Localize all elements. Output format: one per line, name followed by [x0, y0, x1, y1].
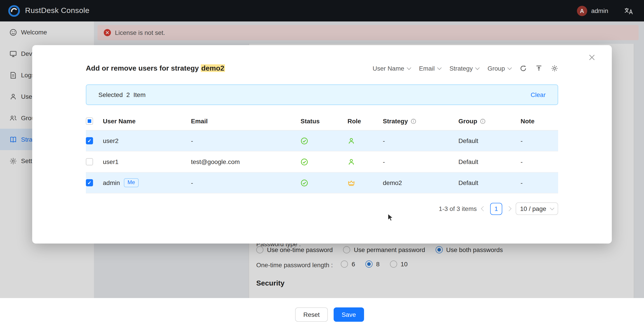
mouse-cursor [386, 213, 394, 223]
info-icon [480, 118, 486, 124]
selection-text: Selected 2 Item [98, 91, 146, 98]
column-header-strategy: Strategy [383, 117, 458, 125]
cell-strategy: demo2 [383, 179, 458, 186]
pagination: 1-3 of 3 items 1 10 / page [439, 202, 558, 215]
filter-group[interactable]: Group [488, 65, 511, 72]
filter-strategy[interactable]: Strategy [450, 65, 479, 72]
clear-selection-link[interactable]: Clear [531, 91, 546, 98]
cell-group: Default [458, 158, 520, 165]
cell-strategy: - [383, 158, 458, 165]
cell-group: Default [458, 179, 520, 186]
add-remove-users-dialog: Add or remove users for strategy demo2 U… [32, 45, 612, 244]
footer-bar: Reset Save [0, 298, 644, 332]
table-toolbar: User NameEmailStrategyGroup [372, 65, 558, 72]
column-header-email: Email [191, 117, 299, 125]
filter-email[interactable]: Email [419, 65, 441, 72]
cell-email: test@google.com [191, 158, 299, 165]
pagination-total: 1-3 of 3 items [439, 205, 477, 212]
info-icon [410, 118, 416, 124]
reset-button[interactable]: Reset [296, 308, 328, 322]
row-checkbox[interactable]: ✓ [86, 137, 93, 144]
cell-status [299, 179, 346, 187]
cell-note: - [520, 158, 558, 165]
cell-note: - [520, 179, 558, 186]
page-size-select[interactable]: 10 / page [516, 202, 558, 215]
column-header-role: Role [346, 117, 383, 125]
density-icon[interactable] [535, 65, 542, 72]
cell-group: Default [458, 137, 520, 144]
cell-status [299, 137, 346, 145]
column-header-note: Note [520, 117, 558, 125]
chevron-down-icon [437, 65, 442, 70]
cell-note: - [520, 137, 558, 144]
screen: RustDesk Console A admin WelcomeDevicesL… [0, 0, 644, 332]
cell-strategy: - [383, 137, 458, 144]
filter-user-name[interactable]: User Name [372, 65, 410, 72]
save-button[interactable]: Save [334, 308, 364, 322]
chevron-down-icon [407, 65, 411, 70]
status-ok-icon [300, 158, 308, 166]
next-page-icon[interactable] [506, 206, 512, 211]
select-all-checkbox[interactable] [86, 117, 93, 125]
modal-header: Add or remove users for strategy demo2 U… [86, 64, 558, 72]
cell-username: user2 [103, 137, 191, 144]
status-ok-icon [300, 137, 308, 145]
status-ok-icon [300, 179, 308, 187]
column-header-user: User Name [103, 117, 191, 125]
row-checkbox[interactable]: ✓ [86, 179, 93, 186]
admin-crown-icon [348, 179, 355, 187]
cell-role [346, 158, 383, 166]
cell-email: - [191, 137, 299, 144]
table-row[interactable]: user1test@google.com-Default- [86, 151, 558, 172]
close-icon[interactable] [588, 54, 595, 61]
column-header-status: Status [299, 117, 346, 125]
me-tag: Me [124, 178, 138, 187]
strategy-name-highlight: demo2 [201, 64, 225, 72]
cell-role [346, 137, 383, 145]
cell-role [346, 179, 383, 187]
table-row[interactable]: ✓adminMe-demo2Default- [86, 172, 558, 194]
chevron-down-icon [507, 65, 512, 70]
table-header: User NameEmailStatusRoleStrategyGroupNot… [86, 112, 558, 130]
row-checkbox[interactable] [86, 158, 93, 165]
chevron-down-icon [550, 206, 554, 210]
page-number-button[interactable]: 1 [490, 203, 502, 215]
modal-title: Add or remove users for strategy demo2 [86, 64, 225, 72]
cell-status [299, 158, 346, 166]
selected-count: 2 [126, 91, 130, 98]
cell-email: - [191, 179, 299, 186]
user-role-icon [348, 137, 355, 145]
cell-username: adminMe [103, 178, 191, 187]
filter-list: User NameEmailStrategyGroup [372, 65, 511, 72]
user-role-icon [348, 158, 355, 166]
users-table: User NameEmailStatusRoleStrategyGroupNot… [86, 112, 558, 194]
settings-icon[interactable] [551, 65, 558, 72]
prev-page-icon[interactable] [481, 206, 486, 211]
refresh-icon[interactable] [520, 65, 527, 72]
chevron-down-icon [475, 65, 480, 70]
selection-info-bar: Selected 2 Item Clear [86, 84, 558, 105]
cell-username: user1 [103, 158, 191, 165]
table-body: ✓user2--Default-user1test@google.com-Def… [86, 130, 558, 194]
table-row[interactable]: ✓user2--Default- [86, 130, 558, 151]
column-header-group: Group [458, 117, 520, 125]
